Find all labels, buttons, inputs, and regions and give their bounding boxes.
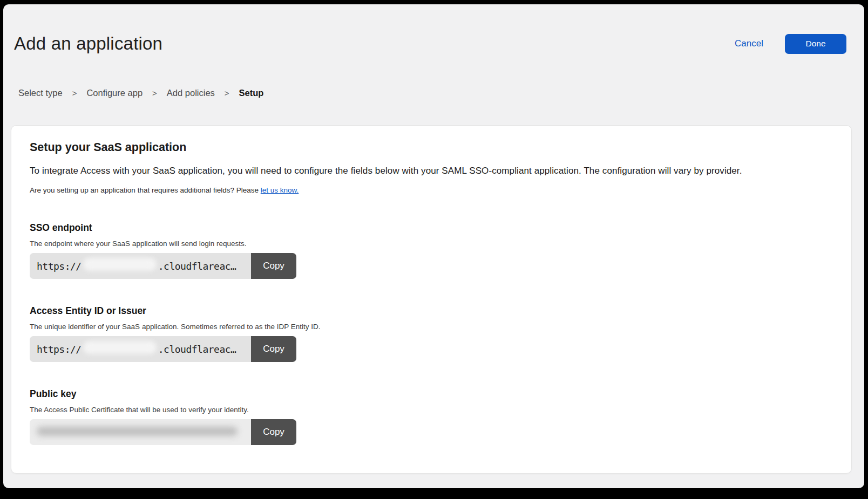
setup-card: Setup your SaaS application To integrate…	[11, 125, 852, 474]
page-title: Add an application	[14, 33, 162, 54]
let-us-know-link[interactable]: let us know.	[261, 186, 299, 194]
copy-button[interactable]: Copy	[251, 336, 296, 362]
copy-button[interactable]: Copy	[251, 253, 296, 279]
app-window: Add an application Cancel Done Select ty…	[3, 4, 864, 488]
done-button[interactable]: Done	[785, 34, 846, 54]
sso-endpoint-value[interactable]: https:// .cloudflareac…	[30, 253, 251, 279]
page-header: Add an application Cancel Done	[14, 33, 846, 54]
copy-row: Copy	[30, 419, 296, 445]
copy-row: https:// .cloudflareac… Copy	[30, 336, 296, 362]
breadcrumb-step-setup: Setup	[239, 88, 264, 98]
field-description: The Access Public Certificate that will …	[30, 406, 836, 414]
field-sso-endpoint: SSO endpoint The endpoint where your Saa…	[30, 222, 836, 279]
public-key-value[interactable]	[30, 419, 251, 445]
access-entity-id-value[interactable]: https:// .cloudflareac…	[30, 336, 251, 362]
breadcrumb-separator: >	[225, 88, 229, 98]
field-description: The endpoint where your SaaS application…	[30, 240, 836, 248]
card-note-text: Are you setting up an application that r…	[30, 186, 261, 194]
breadcrumb-step-select-type[interactable]: Select type	[18, 88, 63, 98]
card-note: Are you setting up an application that r…	[30, 186, 836, 194]
redacted-value	[83, 258, 157, 271]
field-access-entity-id: Access Entity ID or Issuer The unique id…	[30, 305, 836, 362]
field-label: SSO endpoint	[30, 222, 836, 234]
copy-button[interactable]: Copy	[251, 419, 296, 445]
field-label: Access Entity ID or Issuer	[30, 305, 836, 317]
cancel-button[interactable]: Cancel	[735, 38, 763, 49]
value-suffix: .cloudflareac…	[158, 261, 236, 272]
header-actions: Cancel Done	[735, 34, 846, 54]
value-prefix: https://	[37, 261, 82, 272]
breadcrumb-step-add-policies[interactable]: Add policies	[167, 88, 215, 98]
card-title: Setup your SaaS application	[30, 141, 836, 154]
card-description: To integrate Access with your SaaS appli…	[30, 166, 836, 176]
field-public-key: Public key The Access Public Certificate…	[30, 388, 836, 445]
field-label: Public key	[30, 388, 836, 400]
copy-row: https:// .cloudflareac… Copy	[30, 253, 296, 279]
breadcrumb-separator: >	[152, 88, 157, 98]
value-suffix: .cloudflareac…	[158, 344, 236, 355]
breadcrumb-step-configure-app[interactable]: Configure app	[86, 88, 143, 98]
value-prefix: https://	[37, 344, 82, 355]
field-description: The unique identifier of your SaaS appli…	[30, 323, 836, 331]
breadcrumb: Select type > Configure app > Add polici…	[18, 88, 864, 98]
breadcrumb-separator: >	[72, 88, 77, 98]
redacted-value	[83, 341, 157, 354]
redacted-value	[37, 427, 238, 436]
